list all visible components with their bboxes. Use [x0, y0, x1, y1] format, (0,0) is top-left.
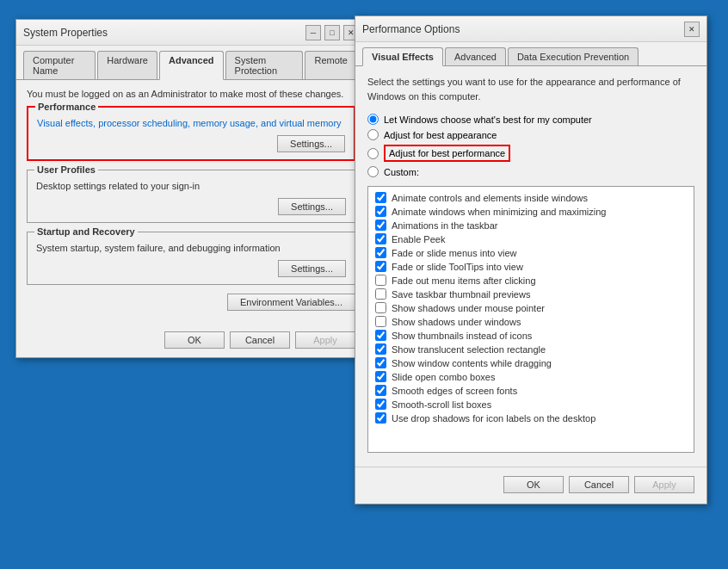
- cb-smooth-edges-input[interactable]: [375, 385, 386, 396]
- system-properties-titlebar: System Properties ─ □ ✕: [16, 20, 366, 46]
- cb-fade-slide-menus-label: Fade or slide menus into view: [392, 248, 517, 258]
- user-profiles-title: User Profiles: [34, 164, 98, 175]
- tab-advanced[interactable]: Advanced: [159, 51, 224, 80]
- tab-data-execution[interactable]: Data Execution Prevention: [508, 47, 639, 65]
- system-properties-window: System Properties ─ □ ✕ Computer Name Ha…: [15, 19, 367, 358]
- radio-best-appearance-input[interactable]: [367, 129, 379, 140]
- cb-slide-combo-label: Slide open combo boxes: [392, 372, 495, 382]
- cb-drop-shadows-input[interactable]: [375, 412, 386, 424]
- tab-perf-advanced[interactable]: Advanced: [445, 47, 506, 65]
- radio-best-performance-input[interactable]: [367, 148, 379, 159]
- radio-best-performance[interactable]: Adjust for best performance: [367, 145, 694, 162]
- radio-best-appearance[interactable]: Adjust for best appearance: [367, 129, 694, 140]
- cb-animations-taskbar[interactable]: Animations in the taskbar: [375, 220, 687, 231]
- cb-smooth-scroll-input[interactable]: [375, 399, 386, 410]
- cb-slide-combo[interactable]: Slide open combo boxes: [375, 371, 687, 382]
- user-profiles-settings-button[interactable]: Settings...: [278, 198, 346, 215]
- radio-custom-input[interactable]: [367, 166, 379, 177]
- user-profiles-desc: Desktop settings related to your sign-in: [36, 181, 346, 191]
- cb-fade-slide-menus-input[interactable]: [375, 247, 386, 258]
- env-variables-row: Environment Variables...: [27, 294, 355, 311]
- cb-shadows-windows[interactable]: Show shadows under windows: [375, 316, 687, 327]
- performance-bottom-buttons: OK Cancel Apply: [355, 467, 706, 504]
- performance-options-titlebar: Performance Options ✕: [355, 16, 706, 42]
- perf-cancel-button[interactable]: Cancel: [569, 476, 629, 493]
- startup-title: Startup and Recovery: [34, 226, 138, 237]
- cb-save-thumbnail-input[interactable]: [375, 288, 386, 300]
- sys-apply-button[interactable]: Apply: [295, 331, 355, 349]
- performance-group: Performance Visual effects, processor sc…: [27, 106, 355, 161]
- cb-shadows-mouse[interactable]: Show shadows under mouse pointer: [375, 302, 687, 313]
- admin-note: You must be logged on as an Administrato…: [27, 89, 355, 99]
- cb-animations-taskbar-input[interactable]: [375, 220, 386, 231]
- cb-fade-menu-items[interactable]: Fade out menu items after clicking: [375, 275, 687, 286]
- cb-animate-windows[interactable]: Animate windows when minimizing and maxi…: [375, 206, 687, 217]
- radio-let-windows[interactable]: Let Windows choose what's best for my co…: [367, 114, 694, 125]
- user-profiles-settings-row: Settings...: [36, 198, 346, 215]
- cb-show-window-contents[interactable]: Show window contents while dragging: [375, 357, 687, 368]
- cb-show-thumbnails-label: Show thumbnails instead of icons: [392, 331, 532, 341]
- cb-smooth-scroll[interactable]: Smooth-scroll list boxes: [375, 399, 687, 410]
- cb-show-thumbnails[interactable]: Show thumbnails instead of icons: [375, 330, 687, 341]
- startup-settings-row: Settings...: [36, 260, 346, 277]
- cb-enable-peek-input[interactable]: [375, 233, 386, 244]
- perf-apply-button[interactable]: Apply: [634, 476, 694, 493]
- cb-enable-peek[interactable]: Enable Peek: [375, 233, 687, 244]
- window-controls: ─ □ ✕: [305, 25, 359, 40]
- cb-shadows-windows-input[interactable]: [375, 316, 386, 327]
- tab-hardware[interactable]: Hardware: [97, 51, 157, 79]
- cb-shadows-mouse-input[interactable]: [375, 302, 386, 313]
- radio-best-performance-label: Adjust for best performance: [384, 145, 510, 162]
- sys-cancel-button[interactable]: Cancel: [230, 331, 290, 349]
- cb-smooth-edges[interactable]: Smooth edges of screen fonts: [375, 385, 687, 396]
- cb-slide-combo-input[interactable]: [375, 371, 386, 382]
- system-properties-title: System Properties: [23, 27, 108, 39]
- cb-show-window-contents-label: Show window contents while dragging: [392, 358, 552, 368]
- radio-custom[interactable]: Custom:: [367, 166, 694, 177]
- cb-fade-menu-items-input[interactable]: [375, 275, 386, 286]
- system-properties-content: You must be logged on as an Administrato…: [16, 80, 366, 326]
- cb-translucent-selection[interactable]: Show translucent selection rectangle: [375, 343, 687, 355]
- cb-animate-controls-label: Animate controls and elements inside win…: [392, 193, 588, 203]
- cb-shadows-windows-label: Show shadows under windows: [392, 317, 521, 327]
- tab-system-protection[interactable]: System Protection: [225, 51, 304, 79]
- tab-visual-effects[interactable]: Visual Effects: [362, 47, 443, 66]
- radio-group: Let Windows choose what's best for my co…: [367, 114, 694, 177]
- maximize-button[interactable]: □: [324, 25, 340, 40]
- tab-remote[interactable]: Remote: [305, 51, 357, 79]
- perf-close-button[interactable]: ✕: [684, 22, 700, 37]
- cb-translucent-selection-label: Show translucent selection rectangle: [392, 344, 546, 355]
- system-properties-bottom-buttons: OK Cancel Apply: [16, 326, 366, 357]
- performance-settings-button[interactable]: Settings...: [277, 135, 345, 152]
- perf-ok-button[interactable]: OK: [503, 476, 564, 493]
- cb-animate-controls[interactable]: Animate controls and elements inside win…: [375, 192, 687, 203]
- cb-fade-tooltips-input[interactable]: [375, 261, 386, 272]
- cb-fade-tooltips-label: Fade or slide ToolTips into view: [392, 262, 523, 272]
- cb-drop-shadows[interactable]: Use drop shadows for icon labels on the …: [375, 412, 687, 424]
- performance-options-window: Performance Options ✕ Visual Effects Adv…: [355, 15, 707, 504]
- cb-fade-slide-menus[interactable]: Fade or slide menus into view: [375, 247, 687, 258]
- radio-let-windows-input[interactable]: [367, 114, 379, 125]
- cb-translucent-selection-input[interactable]: [375, 343, 386, 355]
- cb-animate-windows-input[interactable]: [375, 206, 386, 217]
- cb-smooth-edges-label: Smooth edges of screen fonts: [392, 386, 517, 396]
- performance-group-title: Performance: [35, 102, 98, 112]
- cb-fade-tooltips[interactable]: Fade or slide ToolTips into view: [375, 261, 687, 272]
- performance-desc: Visual effects, processor scheduling, me…: [37, 118, 345, 128]
- tab-computer-name[interactable]: Computer Name: [23, 51, 96, 79]
- cb-show-thumbnails-input[interactable]: [375, 330, 386, 341]
- radio-custom-label: Custom:: [384, 167, 419, 177]
- environment-variables-button[interactable]: Environment Variables...: [227, 294, 355, 311]
- cb-animate-controls-input[interactable]: [375, 192, 386, 203]
- cb-smooth-scroll-label: Smooth-scroll list boxes: [392, 399, 491, 410]
- radio-best-appearance-label: Adjust for best appearance: [384, 130, 497, 140]
- cb-fade-menu-items-label: Fade out menu items after clicking: [392, 275, 536, 286]
- minimize-button[interactable]: ─: [305, 25, 321, 40]
- startup-settings-button[interactable]: Settings...: [278, 260, 346, 277]
- startup-group: Startup and Recovery System startup, sys…: [27, 232, 355, 285]
- cb-show-window-contents-input[interactable]: [375, 357, 386, 368]
- sys-ok-button[interactable]: OK: [164, 331, 225, 349]
- cb-animations-taskbar-label: Animations in the taskbar: [392, 220, 498, 231]
- cb-save-thumbnail[interactable]: Save taskbar thumbnail previews: [375, 288, 687, 300]
- performance-options-tabs: Visual Effects Advanced Data Execution P…: [355, 42, 706, 66]
